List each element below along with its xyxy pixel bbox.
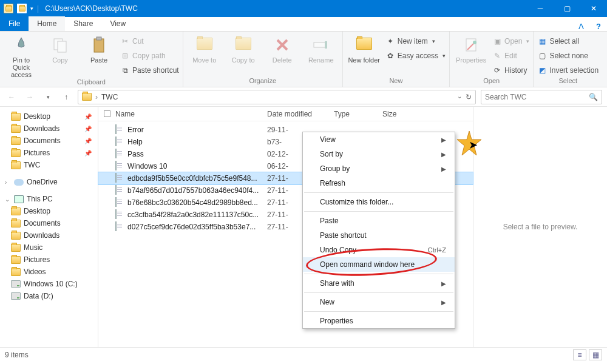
svg-rect-4 [314,42,326,47]
qat-dropdown-icon[interactable]: ▾ [30,5,33,12]
maximize-button[interactable]: ▢ [554,0,580,17]
context-menu-item[interactable]: View▶ [303,132,455,147]
context-menu-item[interactable]: New▶ [303,295,455,309]
paste-button[interactable]: Paste [81,34,117,64]
collapse-ribbon-icon[interactable]: ᐱ [572,22,590,31]
search-input[interactable] [485,93,589,101]
nav-item-documents2[interactable]: Documents [2,217,95,229]
chevron-down-icon[interactable]: ⌄ [457,93,462,101]
nav-item-videos[interactable]: Videos [2,266,95,278]
pc-icon [14,195,24,203]
delete-button[interactable]: Delete [265,34,300,64]
paste-shortcut-button[interactable]: ⧉Paste shortcut [120,64,179,76]
select-all-button[interactable]: ▦Select all [537,35,599,47]
shortcut-icon: ⧉ [120,66,130,75]
context-menu-item[interactable]: Paste shortcut [303,228,455,243]
ribbon-tabs: File Home Share View ᐱ ? [0,17,607,32]
cut-button[interactable]: ✂Cut [120,35,179,47]
title-bar: ▾ | C:\Users\ACK\Desktop\TWC ─ ▢ ✕ [0,0,607,17]
context-menu-item[interactable]: Sort by▶ [303,147,455,161]
search-box[interactable]: 🔍 [481,90,602,104]
help-icon[interactable]: ? [590,22,607,31]
tab-home[interactable]: Home [29,16,65,31]
chevron-down-icon[interactable]: ⌄ [5,196,11,203]
nav-item-onedrive[interactable]: ›OneDrive [2,176,95,188]
pin-icon: 📌 [84,113,95,120]
file-name: Help [127,138,267,146]
new-item-button[interactable]: ✦New item▾ [385,35,446,47]
column-type[interactable]: Type [334,110,382,118]
context-menu-item[interactable]: Share with▶ [303,276,455,291]
nav-item-pictures2[interactable]: Pictures [2,254,95,266]
file-icon [115,186,125,195]
select-all-checkbox[interactable] [104,110,110,117]
window-title: C:\Users\ACK\Desktop\TWC [45,4,138,13]
tab-view[interactable]: View [101,16,134,31]
context-menu-item[interactable]: Properties [303,314,455,328]
svg-rect-5 [325,41,327,49]
nav-item-c-drive[interactable]: Windows 10 (C:) [2,278,95,290]
context-menu-item[interactable]: Paste [303,214,455,228]
nav-item-documents[interactable]: Documents📌 [2,135,95,147]
refresh-icon[interactable]: ↻ [466,93,472,101]
context-menu-item[interactable]: Refresh [303,176,455,190]
svg-point-7 [473,41,476,44]
chevron-right-icon[interactable]: › [5,179,11,186]
file-icon [115,149,125,159]
close-button[interactable]: ✕ [580,0,607,17]
group-select-label: Select [537,77,599,86]
copy-to-button[interactable]: Copy to [226,34,261,64]
context-menu-item[interactable]: Undo CopyCtrl+Z [303,243,455,257]
easy-access-button[interactable]: ✿Easy access▾ [385,50,446,62]
invert-selection-button[interactable]: ◩Invert selection [537,64,599,76]
copy-button[interactable]: Copy [42,34,78,64]
forward-button[interactable]: → [23,90,36,104]
details-view-button[interactable]: ≡ [573,349,586,360]
pin-icon: 📌 [84,126,95,132]
nav-item-this-pc[interactable]: ⌄This PC [2,193,95,205]
context-menu-item[interactable]: Open command window here [303,257,455,272]
large-icons-view-button[interactable]: ▦ [589,349,602,360]
file-name: d027c5cef9dc76de02d35ff5ba3b53e7... [127,223,267,231]
breadcrumb-item[interactable]: TWC [101,93,118,101]
group-new-label: New [347,77,446,86]
back-button[interactable]: ← [5,90,18,104]
navigation-pane[interactable]: Desktop📌 Downloads📌 Documents📌 Pictures📌… [0,107,98,347]
context-menu-item[interactable]: Group by▶ [303,161,455,176]
new-folder-button[interactable]: New folder [347,34,382,64]
column-date[interactable]: Date modified [267,110,334,118]
nav-item-d-drive[interactable]: Data (D:) [2,290,95,302]
copy-path-button[interactable]: ⊟Copy path [120,50,179,62]
select-none-button[interactable]: ▢Select none [537,50,599,62]
nav-item-pictures[interactable]: Pictures📌 [2,147,95,159]
minimize-button[interactable]: ─ [527,0,554,17]
up-button[interactable]: ↑ [59,90,73,104]
context-menu-item[interactable]: Customize this folder... [303,195,455,209]
recent-button[interactable]: ▾ [41,90,55,104]
svg-rect-1 [58,41,66,52]
column-name[interactable]: Name [115,110,267,118]
rename-button[interactable]: Rename [304,34,339,64]
nav-item-music[interactable]: Music [2,241,95,254]
nav-item-desktop2[interactable]: Desktop [2,205,95,217]
move-to-button[interactable]: Move to [187,34,222,64]
history-button[interactable]: ⟳History [492,64,529,76]
tab-share[interactable]: Share [65,16,101,31]
nav-item-downloads2[interactable]: Downloads [2,229,95,241]
nav-item-desktop[interactable]: Desktop📌 [2,110,95,123]
nav-item-downloads[interactable]: Downloads📌 [2,123,95,135]
pin-to-quick-access-button[interactable]: Pin to Quick access [4,34,39,78]
column-size[interactable]: Size [382,110,419,118]
breadcrumb[interactable]: › TWC ⌄ ↻ [78,90,476,104]
chevron-right-icon[interactable]: › [95,93,98,101]
open-icon: ▣ [492,36,502,46]
context-menu[interactable]: View▶Sort by▶Group by▶RefreshCustomize t… [302,132,455,329]
edit-button[interactable]: ✎Edit [492,50,529,62]
file-name: Windows 10 [127,162,267,170]
file-icon [115,137,125,147]
nav-item-twc[interactable]: TWC [2,159,95,171]
tab-file[interactable]: File [0,16,29,31]
properties-button[interactable]: Properties [453,34,489,64]
onedrive-icon [14,179,24,186]
open-button[interactable]: ▣Open▾ [492,35,529,47]
